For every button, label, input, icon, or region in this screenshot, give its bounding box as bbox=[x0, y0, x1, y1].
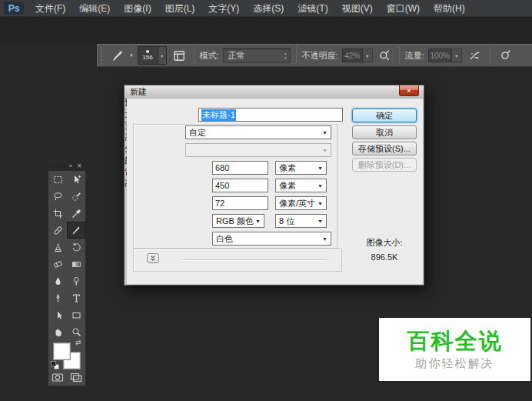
clone-stamp-icon bbox=[53, 242, 63, 252]
screen-mode-icon[interactable] bbox=[70, 372, 82, 386]
tools-grid bbox=[48, 171, 85, 340]
tool-blur[interactable] bbox=[48, 272, 67, 289]
preset-value: 自定 bbox=[189, 127, 206, 139]
menu-file[interactable]: 文件(F) bbox=[28, 0, 72, 17]
lasso-tool-icon bbox=[53, 192, 63, 202]
tool-type[interactable] bbox=[67, 289, 85, 306]
watermark-badge: 百科全说 助你轻松解决 bbox=[379, 318, 530, 381]
tool-crop[interactable] bbox=[48, 205, 67, 222]
tool-pen[interactable] bbox=[48, 289, 67, 306]
tool-clone-stamp[interactable] bbox=[48, 239, 67, 256]
opacity-caret-icon[interactable]: ▾ bbox=[363, 48, 373, 62]
name-input[interactable]: 未标题-1 bbox=[198, 108, 343, 122]
separator bbox=[399, 46, 400, 65]
color-mode-value: RGB 颜色 bbox=[216, 216, 254, 227]
dodge-tool-icon bbox=[71, 276, 81, 286]
separator bbox=[296, 46, 297, 65]
menu-help[interactable]: 帮助(H) bbox=[427, 0, 472, 17]
preset-dropdown[interactable]: 自定 ▼ bbox=[185, 125, 331, 139]
dropdown-caret-icon: ▼ bbox=[255, 219, 261, 224]
height-unit-dropdown[interactable]: 像素 ▼ bbox=[275, 179, 327, 192]
menu-image[interactable]: 图像(I) bbox=[117, 0, 158, 17]
dialog-title: 新建 bbox=[130, 86, 147, 98]
options-bar-grip-handle[interactable] bbox=[101, 47, 104, 64]
brush-size-picker[interactable]: 156 ▾ bbox=[138, 46, 167, 65]
menu-select[interactable]: 选择(S) bbox=[246, 0, 291, 17]
toggle-brush-panel-icon[interactable] bbox=[173, 50, 185, 62]
crop-tool-icon bbox=[53, 209, 63, 219]
tool-rectangular-marquee[interactable] bbox=[48, 171, 67, 188]
zoom-tool-icon bbox=[71, 327, 81, 337]
ok-button[interactable]: 确定 bbox=[352, 109, 417, 122]
tablet-opacity-pressure-icon[interactable] bbox=[378, 49, 391, 62]
airbrush-toggle-icon[interactable] bbox=[468, 49, 481, 62]
tool-gradient[interactable] bbox=[67, 256, 85, 272]
menu-bar: Ps 文件(F) 编辑(E) 图像(I) 图层(L) 文字(Y) 选择(S) 滤… bbox=[0, 0, 532, 17]
tool-move[interactable] bbox=[67, 171, 85, 188]
tablet-size-pressure-icon[interactable] bbox=[499, 49, 511, 62]
tool-spot-healing-brush[interactable] bbox=[48, 222, 67, 239]
default-colors-icon[interactable] bbox=[51, 361, 59, 369]
brush-size-caret-icon[interactable]: ▾ bbox=[158, 46, 167, 65]
swap-colors-icon[interactable]: ⇄ bbox=[75, 339, 81, 346]
menu-edit[interactable]: 编辑(E) bbox=[72, 0, 117, 17]
menu-view[interactable]: 视图(V) bbox=[335, 0, 380, 17]
save-preset-button[interactable]: 存储预设(S)... bbox=[352, 142, 417, 155]
resolution-unit-value: 像素/英寸 bbox=[279, 198, 315, 209]
close-panel-icon[interactable]: × bbox=[77, 163, 81, 169]
tool-history-brush[interactable] bbox=[67, 239, 85, 256]
tool-hand[interactable] bbox=[48, 323, 67, 340]
flow-value[interactable]: 100% bbox=[428, 48, 452, 62]
tool-quick-selection[interactable] bbox=[67, 188, 85, 205]
flow-label: 流量: bbox=[405, 50, 424, 62]
path-selection-icon bbox=[53, 310, 63, 320]
menu-window[interactable]: 窗口(W) bbox=[380, 0, 427, 17]
size-dropdown: ▼ bbox=[185, 143, 331, 157]
blend-mode-value: 正常 bbox=[228, 50, 245, 62]
tool-eyedropper[interactable] bbox=[67, 205, 85, 222]
height-unit-value: 像素 bbox=[279, 180, 296, 192]
background-contents-dropdown[interactable]: 白色 ▼ bbox=[212, 232, 331, 246]
separator bbox=[194, 46, 195, 65]
blur-tool-icon bbox=[53, 276, 63, 286]
menu-layer[interactable]: 图层(L) bbox=[158, 0, 202, 17]
eraser-icon bbox=[53, 259, 63, 269]
cancel-button[interactable]: 取消 bbox=[352, 125, 417, 139]
photoshop-logo: Ps bbox=[4, 2, 24, 15]
menu-filter[interactable]: 滤镜(T) bbox=[291, 0, 334, 17]
width-unit-dropdown[interactable]: 像素 ▼ bbox=[275, 161, 327, 175]
advanced-expand-button[interactable] bbox=[147, 253, 159, 263]
tool-path-selection[interactable] bbox=[48, 306, 67, 323]
brush-tool-icon bbox=[71, 226, 81, 236]
foreground-color-swatch[interactable] bbox=[53, 343, 71, 360]
brush-tip-dot-icon bbox=[146, 50, 149, 53]
quick-mask-icon[interactable] bbox=[52, 372, 64, 386]
opacity-value[interactable]: 42% bbox=[342, 48, 363, 62]
rectangle-shape-icon bbox=[71, 310, 81, 320]
dropdown-caret-icon: ▼ bbox=[322, 236, 328, 242]
brush-tool-preset[interactable]: ▾ bbox=[108, 49, 133, 62]
tool-zoom[interactable] bbox=[67, 323, 85, 340]
dialog-close-button[interactable]: × bbox=[399, 85, 419, 96]
menu-type[interactable]: 文字(Y) bbox=[201, 0, 246, 17]
dialog-title-bar[interactable]: 新建 bbox=[125, 85, 424, 99]
tool-dodge[interactable] bbox=[67, 272, 85, 289]
resolution-input[interactable]: 72 bbox=[212, 196, 268, 210]
image-size-value: 896.5K bbox=[352, 252, 417, 262]
color-mode-dropdown[interactable]: RGB 颜色 ▼ bbox=[212, 214, 264, 228]
tools-panel-footer bbox=[48, 372, 85, 386]
collapse-panel-icon[interactable]: « bbox=[69, 163, 72, 169]
mode-label: 模式: bbox=[200, 50, 219, 62]
history-brush-icon bbox=[71, 242, 81, 252]
pen-tool-icon bbox=[53, 293, 63, 303]
resolution-unit-dropdown[interactable]: 像素/英寸 ▼ bbox=[275, 196, 327, 210]
tool-brush[interactable] bbox=[67, 222, 85, 239]
bit-depth-dropdown[interactable]: 8 位 ▼ bbox=[275, 214, 327, 228]
blend-mode-dropdown[interactable]: 正常 ▴▾ bbox=[223, 48, 291, 63]
tool-eraser[interactable] bbox=[48, 256, 67, 272]
flow-caret-icon[interactable]: ▾ bbox=[452, 48, 462, 62]
tool-lasso[interactable] bbox=[48, 188, 67, 205]
width-input[interactable]: 680 bbox=[212, 161, 268, 175]
height-input[interactable]: 450 bbox=[212, 179, 268, 192]
tool-rectangle-shape[interactable] bbox=[67, 306, 85, 323]
